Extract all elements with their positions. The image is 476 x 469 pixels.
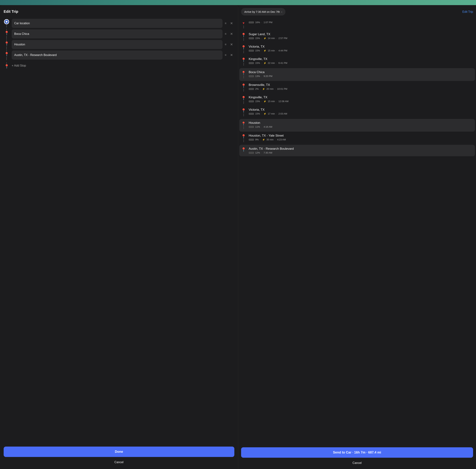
route-meta: 15% · ⚡ 22 min · 6:41 PM [249,62,473,64]
remove-austin-button[interactable]: ✕ [229,53,234,57]
battery-bar [249,75,254,77]
route-pin-white-icon: 📍 [241,121,246,126]
battery-pct: 16% [255,21,260,24]
route-meta: 11% · 4:16 AM [249,125,473,128]
route-icon-col: 📍 [241,147,246,152]
battery-bg [249,37,254,39]
route-connector-after [243,63,244,66]
cancel-button-right[interactable]: Cancel [241,460,473,466]
route-connector-after [243,50,244,53]
arrival-time: 4:23 AM [277,138,286,141]
houston-input-row: ≡ ✕ [12,40,234,49]
send-to-car-button[interactable]: Send to Car · 16h 7m · 687.4 mi [241,447,473,458]
battery-bar [249,62,254,64]
stop-row-boca-chica: 📍 ≡ ✕ [4,29,234,39]
cancel-button-left[interactable]: Cancel [4,459,234,465]
battery-bg [249,50,254,51]
add-stop-label[interactable]: + Add Stop [12,64,26,67]
left-footer: Done Cancel [0,443,238,469]
charging-bolt-icon: ⚡ [264,113,266,115]
route-meta: 12% · 7:30 AM [249,151,473,154]
austin-pin-icon: 📍 [4,52,9,57]
battery-bg [249,152,254,154]
stop-connector-austin: 📍 [4,50,9,60]
route-item-r6: 📍 Kingsville, TX 15% · ⚡ 15 min · 12:08 … [241,94,473,106]
battery-pct: 12% [255,151,260,154]
austin-input[interactable] [12,50,222,60]
car-location-input[interactable] [12,19,222,28]
route-connector-after [243,75,244,78]
route-icon-col: 📍 [241,96,246,104]
charging-bolt-icon: ⚡ [264,100,266,103]
route-connector-after [243,126,244,129]
charging-bolt-icon: ⚡ [264,62,266,64]
route-icon-col: ▼ [241,21,246,29]
route-arrow-icon: ▼ [242,21,245,25]
charge-time: 22 min [268,62,275,64]
stop-row-austin: 📍 ≡ ✕ [4,50,234,60]
route-info: Brownsville, TX 2% · ⚡ 20 min · 10:01 PM [249,83,473,90]
route-info: Kingsville, TX 15% · ⚡ 22 min · 6:41 PM [249,57,473,64]
remove-houston-button[interactable]: ✕ [229,42,234,47]
charging-bolt-icon: ⚡ [264,37,266,40]
battery-bar [249,152,254,154]
arrive-by-button[interactable]: Arrive by 7:30 AM on Dec 7th › [241,8,286,16]
connector-line-top [6,29,7,31]
route-icon-col: 📍 [241,33,246,41]
route-icon-col: 📍 [241,70,246,79]
route-info: Austin, TX - Research Boulevard 12% · 7:… [249,147,473,154]
connector-line [6,62,7,64]
remove-car-location-button[interactable]: ✕ [229,21,234,26]
drag-handle-car-location[interactable]: ≡ [224,21,227,26]
arrival-time: 9:20 PM [264,75,272,78]
edit-trip-button-right[interactable]: Edit Trip [462,10,473,14]
route-icon-col: 📍 [241,57,246,66]
battery-pct: 15% [255,100,260,103]
route-info: Victoria, TX 15% · ⚡ 17 min · 2:03 AM [249,108,473,115]
charge-time: 35 min [266,138,273,141]
battery-bar [249,50,254,51]
route-item-r9: 📍 Houston, TX - Yale Street 9% · ⚡ 35 mi… [241,132,473,144]
arrival-time: 7:30 AM [264,151,272,154]
route-item-r1: 📍 Sugar Land, TX 15% · ⚡ 14 min · 2:57 P… [241,31,473,43]
route-pin-red-icon: 📍 [241,33,246,37]
right-footer: Send to Car · 16h 7m · 687.4 mi Cancel [238,444,476,469]
battery-pct: 9% [255,138,259,141]
houston-input[interactable] [12,40,222,49]
arrival-time: 12:08 AM [278,100,289,103]
route-info: Sugar Land, TX 15% · ⚡ 14 min · 2:57 PM [249,33,473,40]
battery-bg [249,21,254,23]
drag-handle-austin[interactable]: ≡ [224,53,227,57]
drag-handle-boca-chica[interactable]: ≡ [224,32,227,36]
stop-row-houston: 📍 ≡ ✕ [4,39,234,50]
battery-bar [249,126,254,128]
battery-pct: 15% [255,62,260,64]
battery-pct: 15% [255,112,260,115]
route-icon-col: 📍 [241,45,246,54]
remove-boca-chica-button[interactable]: ✕ [229,32,234,36]
battery-bg [249,126,254,128]
boca-chica-input-row: ≡ ✕ [12,29,234,38]
route-info: Boca Chica 13% · 9:20 PM [249,70,473,78]
battery-pct: 15% [255,49,260,52]
boca-chica-input[interactable] [12,29,222,38]
add-stop-row[interactable]: 📍 + Add Stop [4,61,234,70]
done-button[interactable]: Done [4,447,234,457]
route-info: Houston 11% · 4:16 AM [249,121,473,128]
add-stop-connector: 📍 [4,62,9,69]
arrival-time: 6:41 PM [278,62,287,64]
drag-handle-houston[interactable]: ≡ [224,42,227,47]
route-icon-col: 📍 [241,134,246,143]
connector-line-top [6,39,7,41]
battery-bg [249,100,254,102]
route-item-r3: 📍 Kingsville, TX 15% · ⚡ 22 min · 6:41 P… [241,55,473,68]
battery-bar [249,21,254,23]
route-name: Sugar Land, TX [249,33,473,36]
arrival-time: 4:44 PM [278,49,287,52]
right-header: Arrive by 7:30 AM on Dec 7th › Edit Trip [241,8,473,16]
route-item-r10: 📍 Austin, TX - Research Boulevard 12% · … [239,145,475,156]
charging-bolt-icon: ⚡ [262,138,265,141]
battery-bg [249,62,254,64]
route-connector-after [243,101,244,104]
route-meta: 13% · 9:20 PM [249,75,473,78]
